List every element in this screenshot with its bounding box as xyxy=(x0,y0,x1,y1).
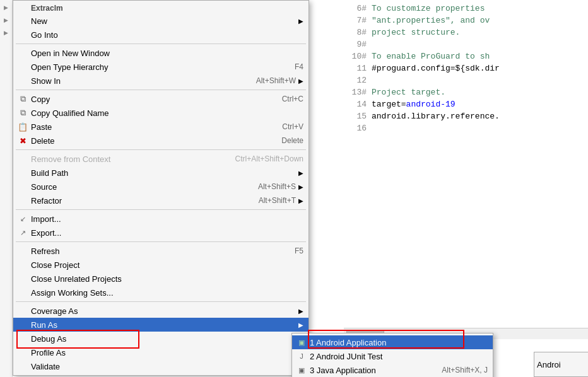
code-line-12: 12 xyxy=(349,74,583,86)
code-line-6: 6# To customize properties xyxy=(349,3,583,14)
menu-item-source[interactable]: Source Alt+Shift+S ▶ xyxy=(13,180,309,194)
menu-item-open-new-window[interactable]: Open in New Window xyxy=(13,46,309,60)
separator-2 xyxy=(16,90,306,90)
menu-item-assign-working[interactable]: Assign Working Sets... xyxy=(13,286,309,299)
code-line-8: 8# project structure. xyxy=(349,26,583,38)
extra-panel-text: Androi xyxy=(537,360,561,369)
run-as-submenu: ▣ 1 Android Application J 2 Android JUni… xyxy=(291,333,493,377)
menu-item-debug-as[interactable]: Debug As ▶ xyxy=(13,332,309,345)
context-menu: Extraclm New ▶ Go Into Open in New Windo… xyxy=(13,0,309,376)
menu-item-paste[interactable]: 📋 Paste Ctrl+V xyxy=(13,120,309,134)
gutter-icon-3: ▶ xyxy=(1,28,11,38)
code-line-7: 7# "ant.properties", and ov xyxy=(349,14,583,26)
menu-item-close-project[interactable]: Close Project xyxy=(13,258,309,272)
separator-1 xyxy=(16,44,306,44)
submenu-item-android-app[interactable]: ▣ 1 Android Application xyxy=(292,335,493,349)
delete-icon: ✖ xyxy=(17,135,28,146)
separator-6 xyxy=(16,301,306,302)
extra-panel: Androi xyxy=(534,352,588,377)
menu-item-build-path[interactable]: Build Path ▶ xyxy=(13,166,309,180)
separator-4 xyxy=(16,209,306,210)
submenu-item-android-junit[interactable]: J 2 Android JUnit Test xyxy=(292,349,493,363)
code-line-10: 10# To enable ProGuard to sh xyxy=(349,50,583,62)
java-app-icon: ▣ xyxy=(296,364,307,376)
separator-3 xyxy=(16,149,306,150)
code-line-11: 11 #proguard.config=${sdk.dir xyxy=(349,62,583,74)
copy-qualified-icon: ⧉ xyxy=(17,107,28,119)
code-line-16: 16 xyxy=(349,122,583,134)
submenu-item-java-app[interactable]: ▣ 3 Java Application Alt+Shift+X, J xyxy=(292,363,493,377)
import-icon: ↙ xyxy=(17,213,28,224)
gutter-icon-1: ▶ xyxy=(1,3,11,13)
menu-item-go-into[interactable]: Go Into xyxy=(13,28,309,42)
menu-item-new[interactable]: New ▶ xyxy=(13,14,309,28)
menu-item-import[interactable]: ↙ Import... xyxy=(13,212,309,226)
code-line-9: 9# xyxy=(349,38,583,50)
menu-item-open-type-hierarchy[interactable]: Open Type Hierarchy F4 xyxy=(13,60,309,74)
gutter-icon-2: ▶ xyxy=(1,15,11,25)
android-app-icon: ▣ xyxy=(296,337,307,348)
menu-item-export[interactable]: ↗ Export... xyxy=(13,226,309,240)
code-line-15: 15 android.library.reference. xyxy=(349,110,583,122)
menu-item-validate[interactable]: Validate xyxy=(13,359,309,373)
menu-item-coverage-as[interactable]: Coverage As ▶ xyxy=(13,304,309,318)
code-line-14: 14 target=android-19 xyxy=(349,98,583,110)
paste-icon: 📋 xyxy=(17,121,28,132)
code-line-13: 13# Project target. xyxy=(349,86,583,98)
menu-item-refresh[interactable]: Refresh F5 xyxy=(13,244,309,258)
copy-icon: ⧉ xyxy=(17,93,28,105)
export-icon: ↗ xyxy=(17,227,28,238)
left-gutter: ▶ ▶ ▶ xyxy=(0,0,13,377)
menu-item-profile-as[interactable]: Profile As ▶ xyxy=(13,345,309,359)
menu-item-delete[interactable]: ✖ Delete Delete xyxy=(13,134,309,148)
menu-item-copy-qualified[interactable]: ⧉ Copy Qualified Name xyxy=(13,106,309,120)
menu-item-run-as[interactable]: Run As ▶ xyxy=(13,318,309,332)
menu-item-copy[interactable]: ⧉ Copy Ctrl+C xyxy=(13,92,309,106)
menu-item-show-in[interactable]: Show In Alt+Shift+W ▶ xyxy=(13,74,309,88)
context-menu-title: Extraclm xyxy=(13,3,309,14)
android-junit-icon: J xyxy=(296,351,307,362)
separator-5 xyxy=(16,241,306,242)
code-area: 6# To customize properties 7# "ant.prope… xyxy=(344,0,588,328)
menu-item-remove-context[interactable]: Remove from Context Ctrl+Alt+Shift+Down xyxy=(13,152,309,166)
menu-item-refactor[interactable]: Refactor Alt+Shift+T ▶ xyxy=(13,194,309,207)
menu-item-close-unrelated[interactable]: Close Unrelated Projects xyxy=(13,272,309,286)
